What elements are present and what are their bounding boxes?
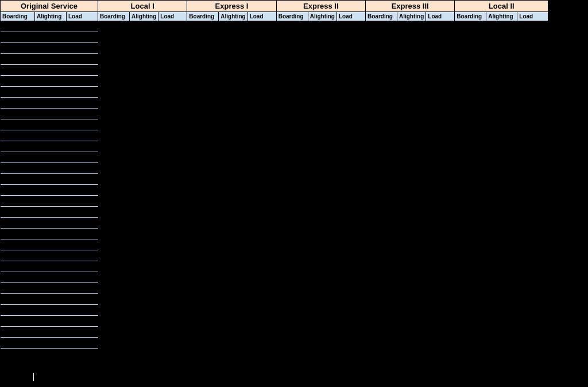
cell bbox=[276, 207, 308, 218]
sub-header: Boarding bbox=[98, 12, 130, 21]
cell bbox=[517, 109, 548, 119]
cell bbox=[98, 272, 130, 283]
table-row bbox=[1, 229, 548, 239]
cell bbox=[336, 130, 365, 141]
cell bbox=[365, 229, 397, 239]
cell bbox=[455, 218, 486, 229]
cell bbox=[98, 32, 130, 43]
cell bbox=[455, 294, 486, 305]
cell bbox=[426, 21, 455, 32]
cell bbox=[336, 261, 365, 272]
cell bbox=[397, 250, 425, 261]
cell bbox=[1, 338, 35, 349]
cell bbox=[98, 119, 130, 130]
cell bbox=[336, 54, 365, 65]
cell bbox=[397, 109, 425, 119]
cell bbox=[455, 152, 486, 163]
cell bbox=[426, 163, 455, 174]
cell bbox=[336, 305, 365, 316]
cell bbox=[67, 65, 98, 76]
cell bbox=[365, 196, 397, 207]
cell bbox=[308, 327, 336, 338]
cell bbox=[308, 43, 336, 54]
cell bbox=[308, 119, 336, 130]
cell bbox=[308, 207, 336, 218]
text-cursor bbox=[33, 373, 34, 381]
cell bbox=[98, 294, 130, 305]
cell bbox=[98, 174, 130, 185]
cell bbox=[67, 261, 98, 272]
table-row bbox=[1, 239, 548, 250]
cell bbox=[517, 98, 548, 109]
cell bbox=[517, 141, 548, 152]
cell bbox=[219, 21, 247, 32]
cell bbox=[365, 21, 397, 32]
cell bbox=[455, 87, 486, 98]
cell bbox=[517, 21, 548, 32]
cell bbox=[455, 163, 486, 174]
cell bbox=[455, 65, 486, 76]
table-row bbox=[1, 119, 548, 130]
cell bbox=[130, 239, 158, 250]
cell bbox=[130, 119, 158, 130]
cell bbox=[35, 196, 67, 207]
cell bbox=[426, 338, 455, 349]
cell bbox=[397, 130, 425, 141]
cell bbox=[219, 207, 247, 218]
cell bbox=[486, 207, 517, 218]
cell bbox=[336, 87, 365, 98]
cell bbox=[486, 229, 517, 239]
cell bbox=[397, 87, 425, 98]
cell bbox=[35, 76, 67, 87]
cell bbox=[517, 316, 548, 327]
cell bbox=[308, 316, 336, 327]
cell bbox=[517, 196, 548, 207]
cell bbox=[247, 32, 276, 43]
cell bbox=[219, 87, 247, 98]
cell bbox=[247, 87, 276, 98]
cell bbox=[365, 32, 397, 43]
cell bbox=[397, 283, 425, 294]
cell bbox=[276, 239, 308, 250]
cell bbox=[308, 196, 336, 207]
cell bbox=[336, 32, 365, 43]
table-row bbox=[1, 174, 548, 185]
cell bbox=[336, 21, 365, 32]
cell bbox=[35, 218, 67, 229]
cell bbox=[130, 229, 158, 239]
cell bbox=[35, 174, 67, 185]
cell bbox=[247, 272, 276, 283]
cell bbox=[35, 65, 67, 76]
cell bbox=[67, 98, 98, 109]
group-header: Local I bbox=[98, 1, 187, 12]
cell bbox=[517, 152, 548, 163]
cell bbox=[130, 305, 158, 316]
cell bbox=[455, 261, 486, 272]
cell bbox=[397, 196, 425, 207]
sub-header: Load bbox=[158, 12, 187, 21]
cell bbox=[426, 283, 455, 294]
cell bbox=[1, 272, 35, 283]
cell bbox=[219, 163, 247, 174]
cell bbox=[247, 229, 276, 239]
cell bbox=[247, 98, 276, 109]
cell bbox=[336, 239, 365, 250]
table-row bbox=[1, 272, 548, 283]
sub-header: Load bbox=[426, 12, 455, 21]
cell bbox=[426, 261, 455, 272]
cell bbox=[187, 87, 219, 98]
cell bbox=[35, 229, 67, 239]
cell bbox=[130, 174, 158, 185]
cell bbox=[35, 87, 67, 98]
cell bbox=[130, 65, 158, 76]
cell bbox=[98, 283, 130, 294]
cell bbox=[98, 54, 130, 65]
cell bbox=[276, 87, 308, 98]
cell bbox=[187, 109, 219, 119]
cell bbox=[276, 250, 308, 261]
cell bbox=[1, 174, 35, 185]
cell bbox=[336, 283, 365, 294]
cell bbox=[130, 294, 158, 305]
cell bbox=[455, 316, 486, 327]
cell bbox=[455, 338, 486, 349]
